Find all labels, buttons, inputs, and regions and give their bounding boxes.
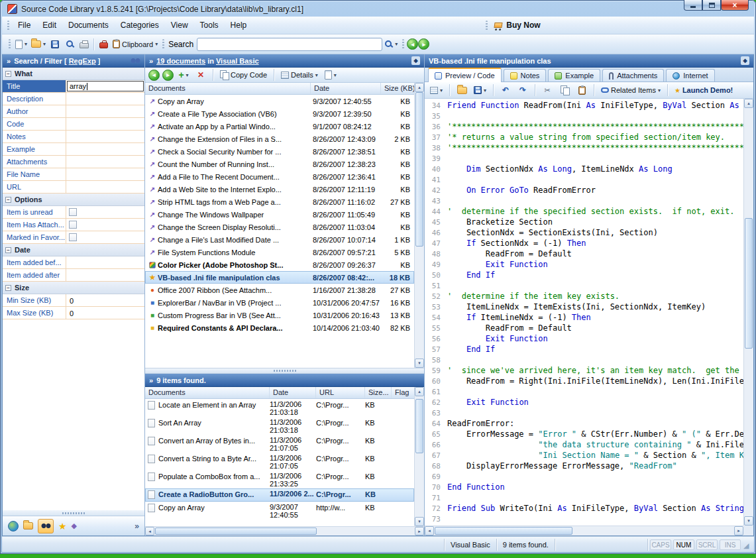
filter-value-cell[interactable] [66,105,144,117]
result-row[interactable]: Create a RadioButton Gro...11/3/2006 2..… [145,488,414,502]
nav-back-globe-button[interactable]: ◂ [407,38,418,50]
collapse-icon[interactable]: − [5,197,11,203]
document-row[interactable]: Create a File Type Association (VB6)9/3/… [145,107,414,120]
checkbox[interactable] [69,208,77,216]
filter-row[interactable]: Max Size (KB)0 [3,307,144,319]
filter-value-cell[interactable] [66,219,144,231]
filter-value-cell[interactable] [66,206,144,218]
related-items-dropdown[interactable]: Related Items ▾ [599,83,663,97]
filter-value-cell[interactable] [66,131,144,142]
details-view-dropdown[interactable]: Details ▾ [279,68,320,82]
menu-item-documents[interactable]: Documents [62,18,115,32]
menu-item-file[interactable]: File [12,18,36,32]
launch-demo-link[interactable]: ★ Launch Demo! [673,83,735,97]
tab-notes[interactable]: Notes [504,69,547,82]
result-row[interactable]: Convert an Array of Bytes in...11/3/2006… [145,435,414,453]
paste-button[interactable] [574,83,589,97]
redo-button[interactable]: ↷ [515,83,530,97]
copy-button[interactable] [557,83,572,97]
filter-row[interactable]: File Name [3,168,144,181]
close-button[interactable]: × [721,0,749,11]
scroll-up-button[interactable]: ▴ [744,99,753,108]
document-list-scrollbar[interactable]: ▴ ▾ [414,83,424,368]
column-header-size[interactable]: Size... [365,387,392,398]
results-list-scrollbar[interactable]: ▴ ▾ [414,387,424,526]
search-input[interactable] [197,38,382,51]
search-go-button[interactable]: ▾ [382,37,400,52]
document-row[interactable]: Change The Windows Wallpaper8/26/2007 11… [145,208,414,221]
tab-internet[interactable]: Internet [666,69,714,82]
filter-panel-splitter[interactable] [3,510,144,516]
open-button[interactable]: ▾ [29,37,48,52]
back-button[interactable]: ◂ [148,70,160,81]
result-row[interactable]: Populate a ComboBox from a...11/3/200621… [145,471,414,488]
filter-row[interactable]: Code [3,118,144,131]
checkbox[interactable] [69,233,77,241]
categories-folder-icon[interactable] [23,522,33,530]
menu-item-help[interactable]: Help [225,18,253,32]
view-mode-dropdown[interactable]: ▾ [428,83,445,97]
print-button[interactable] [77,37,91,52]
document-row[interactable]: ExplorerBar / NavBar in VB (Project ...1… [145,296,414,309]
diamond-icon[interactable]: ◆ [411,56,420,65]
nav-forward-globe-button[interactable]: ▸ [418,38,429,50]
filter-group-date[interactable]: −Date [3,244,144,256]
column-header-url[interactable]: URL [316,387,365,398]
filter-value-cell[interactable] [66,231,144,243]
category-link[interactable]: Visual Basic [216,57,259,65]
tools-button[interactable] [96,37,111,52]
filter-row[interactable]: Item is unread [3,206,144,219]
filter-row[interactable]: Min Size (KB)0 [3,294,144,307]
document-row[interactable]: Custom Progress Bar in VB (See Att...10/… [145,309,414,321]
copy-code-button[interactable]: Copy Code [218,68,269,82]
filter-row[interactable]: Description [3,93,144,105]
scroll-left-button[interactable]: ◂ [425,526,434,535]
undo-button[interactable]: ↶ [498,83,513,97]
filter-group-size[interactable]: −Size [3,282,144,294]
column-header-date[interactable]: Date [311,83,381,94]
search-filter-mode-button[interactable] [38,519,54,533]
collapse-icon[interactable]: − [5,71,11,77]
column-header-flag[interactable]: Flag [392,387,414,398]
tab-example[interactable]: Example [548,69,600,82]
filter-value-cell[interactable] [66,156,144,168]
document-row[interactable]: VB-based .Ini file manipulation clas8/26… [145,271,414,284]
document-row[interactable]: Office 2007 Ribbon (See Attachm...1/16/2… [145,284,414,296]
regexp-link[interactable]: RegExp [69,57,96,65]
forward-button[interactable]: ▸ [162,70,174,81]
document-row[interactable]: File System Functions Module8/26/2007 09… [145,246,414,258]
filter-value-cell[interactable] [66,269,144,281]
document-row[interactable]: Change the Extension of Files in a S...8… [145,133,414,145]
save-button[interactable] [48,37,62,52]
document-row[interactable]: Strip HTML tags from a Web Page a...8/26… [145,195,414,208]
collapse-icon[interactable]: − [5,285,11,291]
save-code-button[interactable]: ▾ [472,83,488,97]
resize-grip[interactable]: ◢ [743,539,753,550]
document-row[interactable]: Add a File to The Recent Document...8/26… [145,170,414,183]
document-row[interactable]: Copy an Array9/3/2007 12:40:55KB [145,95,414,107]
column-header-documents[interactable]: Documents [145,387,270,398]
menu-item-tools[interactable]: Tools [194,18,225,32]
scrollbar-thumb[interactable] [745,218,753,349]
add-item-button[interactable]: +▾ [176,68,191,82]
delete-item-button[interactable]: ✕ [193,68,208,82]
filter-value-cell[interactable]: 0 [66,307,144,319]
document-row[interactable]: Activate an App by a Partial Windo...9/1… [145,120,414,133]
cut-button[interactable]: ✂ [540,83,555,97]
document-row[interactable]: Change the Screen Display Resoluti...8/2… [145,221,414,233]
menu-item-edit[interactable]: Edit [36,18,62,32]
tab-preview-code[interactable]: Preview / Code [428,68,502,82]
scroll-up-button[interactable]: ▴ [415,387,424,396]
scroll-up-button[interactable]: ▴ [415,83,424,92]
filter-group-what[interactable]: −What [3,68,144,80]
result-row[interactable]: Locate an Element in an Array11/3/200621… [145,399,414,417]
filter-value-cell[interactable]: array [66,80,144,92]
result-row[interactable]: Copy an Array9/3/200712:40:55http://w...… [145,502,414,520]
preview-button[interactable] [62,37,77,52]
column-header-documents[interactable]: Documents [145,83,311,94]
favorites-star-icon[interactable]: ★ [58,521,67,531]
document-row[interactable]: Change a File's Last Modified Date ...8/… [145,233,414,246]
filter-input[interactable]: array [67,81,144,91]
result-row[interactable]: Convert a String to a Byte Ar...11/3/200… [145,453,414,471]
scroll-right-button[interactable]: ▸ [415,527,424,535]
